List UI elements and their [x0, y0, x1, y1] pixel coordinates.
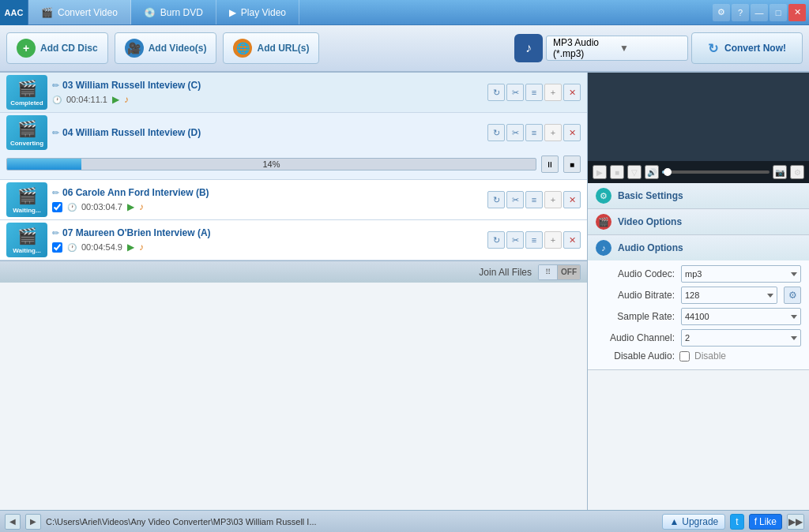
file-cut-btn-4[interactable]: ✂ — [506, 231, 524, 249]
preview-stop-btn[interactable]: ■ — [610, 165, 624, 179]
pause-button-2[interactable]: ⏸ — [541, 155, 559, 173]
preview-down-btn[interactable]: ▽ — [627, 165, 642, 179]
file-name-3[interactable]: 06 Carole Ann Ford Interview (B) — [62, 187, 209, 198]
play-icon-3[interactable]: ▶ — [127, 201, 134, 212]
file-settings-btn-3[interactable]: ↻ — [487, 191, 505, 208]
status-prev-btn[interactable]: ◀ — [5, 514, 21, 530]
status-path: C:\Users\Ariel\Videos\Any Video Converte… — [46, 517, 657, 526]
file-meta-btn-4[interactable]: ≡ — [525, 231, 543, 249]
facebook-button[interactable]: f Like — [749, 514, 782, 530]
file-info-2: ✏ 04 William Russell Inteview (D) — [52, 127, 483, 138]
audio-options-section: ♪ Audio Options Audio Codec: mp3 Audio B… — [588, 235, 809, 370]
tab-burn[interactable]: 💿 Burn DVD — [131, 0, 216, 24]
help-button[interactable]: ? — [732, 4, 749, 21]
channel-label: Audio Channel: — [596, 332, 675, 343]
file-settings-btn-1[interactable]: ↻ — [487, 84, 505, 101]
file-name-4[interactable]: 07 Maureen O'Brien Interview (A) — [62, 227, 211, 238]
bitrate-select[interactable]: 128 — [681, 287, 777, 304]
play-icon-4[interactable]: ▶ — [127, 242, 134, 253]
video-options-header[interactable]: 🎬 Video Options — [588, 209, 809, 234]
edit-icon-4[interactable]: ✏ — [52, 228, 59, 238]
file-cut-btn-2[interactable]: ✂ — [506, 124, 524, 141]
settings-button[interactable]: ⚙ — [713, 4, 730, 21]
file-settings-btn-2[interactable]: ↻ — [487, 124, 505, 141]
maximize-button[interactable]: □ — [769, 4, 787, 21]
edit-icon-3[interactable]: ✏ — [52, 188, 59, 198]
file-cut-btn-3[interactable]: ✂ — [506, 191, 524, 208]
samplerate-select[interactable]: 44100 — [681, 308, 801, 325]
disable-text: Disable — [694, 350, 726, 362]
file-name-1[interactable]: 03 William Russell Inteview (C) — [62, 80, 201, 91]
file-meta-btn-3[interactable]: ≡ — [525, 191, 543, 208]
status-bar: ◀ ▶ C:\Users\Ariel\Videos\Any Video Conv… — [0, 510, 809, 532]
file-remove-btn-1[interactable]: ✕ — [563, 84, 581, 101]
thumb-film-icon-3: 🎬 — [17, 186, 37, 205]
twitter-button[interactable]: t — [730, 514, 743, 530]
preview-play-btn[interactable]: ▶ — [593, 165, 607, 179]
disable-audio-checkbox[interactable] — [679, 351, 690, 362]
file-meta-btn-2[interactable]: ≡ — [525, 124, 543, 141]
file-info-1: ✏ 03 William Russell Inteview (C) 🕐 00:0… — [52, 80, 483, 105]
stop-button-2[interactable]: ■ — [563, 155, 581, 173]
clock-icon-1: 🕐 — [52, 96, 62, 104]
file-add-btn-4[interactable]: + — [544, 231, 562, 249]
file-list: 🎬 Completed ✏ 03 William Russell Intevie… — [0, 73, 588, 510]
close-button[interactable]: ✕ — [788, 4, 806, 21]
add-video-icon: 🎥 — [125, 39, 144, 58]
music-icon-3[interactable]: ♪ — [139, 201, 144, 212]
join-dots-icon: ⠿ — [539, 265, 558, 279]
file-add-btn-1[interactable]: + — [544, 84, 562, 101]
edit-icon-1[interactable]: ✏ — [52, 81, 59, 91]
file-actions-4: ↻ ✂ ≡ + ✕ — [487, 231, 581, 249]
file-checkbox-4[interactable] — [52, 242, 62, 253]
add-video-button[interactable]: 🎥 Add Video(s) — [115, 32, 217, 64]
add-cd-button[interactable]: + Add CD Disc — [6, 32, 108, 64]
file-remove-btn-3[interactable]: ✕ — [563, 191, 581, 208]
edit-icon-2[interactable]: ✏ — [52, 128, 59, 138]
file-cut-btn-1[interactable]: ✂ — [506, 84, 524, 101]
convert-now-button[interactable]: ↻ Convert Now! — [691, 32, 803, 64]
clock-icon-3: 🕐 — [67, 203, 77, 212]
samplerate-label: Sample Rate: — [596, 311, 675, 322]
volume-slider[interactable] — [662, 170, 769, 174]
join-toggle[interactable]: ⠿ OFF — [538, 264, 581, 280]
file-settings-btn-4[interactable]: ↻ — [487, 231, 505, 249]
play-icon-1[interactable]: ▶ — [112, 94, 119, 105]
preview-snapshot-btn[interactable]: 📷 — [773, 165, 787, 179]
codec-select[interactable]: mp3 — [681, 265, 801, 283]
tab-play[interactable]: ▶ Play Video — [216, 0, 299, 24]
file-info-4: ✏ 07 Maureen O'Brien Interview (A) 🕐 00:… — [52, 227, 483, 253]
channel-select[interactable]: 2 — [681, 329, 801, 347]
file-checkbox-3[interactable] — [52, 202, 62, 212]
tab-convert[interactable]: 🎬 Convert Video — [28, 0, 131, 24]
samplerate-select-wrapper: 44100 — [681, 308, 801, 325]
add-cd-label: Add CD Disc — [40, 43, 98, 54]
music-icon-1[interactable]: ♪ — [124, 94, 129, 105]
bitrate-row: Audio Bitrate: 128 ⚙ — [596, 287, 801, 304]
join-bar: Join All Files ⠿ OFF — [0, 260, 587, 283]
audio-options-header[interactable]: ♪ Audio Options — [588, 235, 809, 260]
add-url-button[interactable]: 🌐 Add URL(s) — [223, 32, 319, 64]
music-icon-4[interactable]: ♪ — [139, 242, 144, 253]
progress-text-2: 14% — [7, 159, 536, 170]
burn-tab-label: Burn DVD — [160, 7, 203, 18]
file-remove-btn-4[interactable]: ✕ — [563, 231, 581, 249]
format-dropdown[interactable]: MP3 Audio (*.mp3) ▼ — [546, 36, 688, 61]
status-next-btn[interactable]: ▶ — [25, 514, 41, 530]
upgrade-label: Upgrade — [682, 516, 718, 527]
file-add-btn-3[interactable]: + — [544, 191, 562, 208]
file-meta-btn-1[interactable]: ≡ — [525, 84, 543, 101]
file-duration-1: 00:04:11.1 — [66, 95, 107, 104]
thumb-status-3: Waiting... — [13, 207, 40, 214]
status-more-btn[interactable]: ▶▶ — [787, 514, 804, 530]
file-add-btn-2[interactable]: + — [544, 124, 562, 141]
file-remove-btn-2[interactable]: ✕ — [563, 124, 581, 141]
minimize-button[interactable]: — — [751, 4, 768, 21]
clock-icon-4: 🕐 — [67, 243, 77, 252]
file-name-2[interactable]: 04 William Russell Inteview (D) — [62, 127, 201, 138]
preview-mute-btn[interactable]: 🔊 — [645, 165, 659, 179]
bitrate-gear-button[interactable]: ⚙ — [784, 287, 801, 304]
basic-settings-header[interactable]: ⚙ Basic Settings — [588, 183, 809, 208]
preview-eq-btn[interactable]: ⚙ — [790, 165, 804, 179]
upgrade-button[interactable]: ▲ Upgrade — [662, 514, 725, 530]
